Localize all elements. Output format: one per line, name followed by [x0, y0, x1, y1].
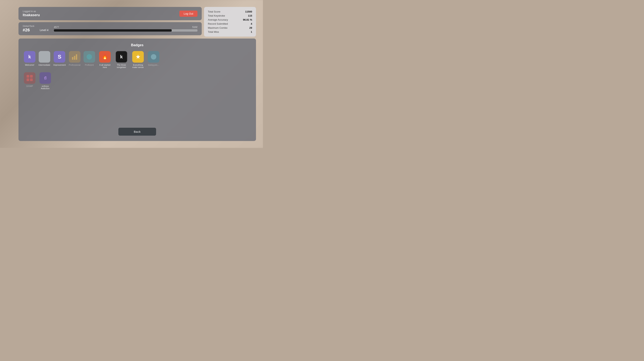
stats-row-miss: Total Miss 1: [208, 30, 252, 34]
total-keystroke-label: Total Keystroke: [208, 14, 225, 17]
flame-icon: 🔥: [102, 54, 108, 60]
onkeys-badge-icon[interactable]: ꟗ: [40, 72, 51, 84]
record-submitted-label: Record Submitted: [208, 22, 228, 25]
badge-ggwp: GGWP: [24, 72, 36, 90]
badge-improvement: S Improvement: [53, 51, 66, 68]
badge-professional: Professional: [69, 51, 80, 68]
bars-icon: [72, 54, 77, 60]
rank-value: #26: [23, 28, 34, 33]
record-submitted-value: 4: [251, 22, 252, 25]
badge-welcome: k Welcome!: [24, 51, 36, 68]
total-miss-value: 1: [251, 31, 252, 33]
average-accuracy-value: 96.81 %: [243, 18, 252, 21]
grid-icon: [25, 73, 34, 83]
badge-proficient: Proficient: [84, 51, 95, 68]
three-songeteer-badge-icon[interactable]: k: [116, 51, 127, 63]
star-icon: ★: [136, 54, 140, 60]
rank-card: Global Rank #26 Level 4 4577 5102: [18, 22, 202, 35]
badge-intermediate: Intermediate: [38, 51, 50, 68]
progress-numbers: 4577 5102: [54, 26, 198, 29]
onkeys-s-icon: ꟗ: [44, 75, 46, 81]
maximum-combo-label: Maximum Combo: [208, 26, 228, 29]
progress-end: 5102: [192, 26, 198, 29]
proficient-badge-icon[interactable]: [84, 51, 95, 63]
total-score-label: Total Score: [208, 10, 220, 13]
stats-row-score: Total Score 11500: [208, 10, 252, 14]
intermediate-badge-label: Intermediate: [38, 64, 50, 66]
three-songeteer-badge-label: The three songeteer: [115, 64, 128, 68]
logged-in-label: Logged in as: [23, 10, 40, 13]
badges-row-2: GGWP ꟗ onKeys Addiction: [24, 72, 250, 90]
username: Itsakaseru: [23, 13, 40, 17]
onkeys-badge-label: onKeys Addiction: [38, 85, 52, 90]
improvement-badge-icon[interactable]: S: [54, 51, 65, 63]
back-button-wrapper: Back: [24, 128, 250, 136]
teal-circle-icon: [86, 54, 92, 60]
it-all-started-badge-icon[interactable]: 🔥: [99, 51, 111, 63]
badges-panel: Badges k Welcome! Intermediate S: [18, 39, 256, 141]
login-card: Logged in as Itsakaseru Log Out: [18, 7, 202, 20]
badges-row-1: k Welcome! Intermediate S Improvement: [24, 51, 250, 68]
stats-row-keystroke: Total Keystroke 115: [208, 14, 252, 18]
stats-card: Total Score 11500 Total Keystroke 115 Av…: [204, 7, 256, 37]
badge-it-all-started: 🔥 It all started here: [98, 51, 112, 68]
badge-going-pro: Going pro...: [148, 51, 159, 68]
going-pro-badge-icon[interactable]: [148, 51, 159, 63]
main-container: Logged in as Itsakaseru Log Out Global R…: [0, 0, 263, 148]
intermediate-badge-icon[interactable]: [39, 51, 50, 63]
login-info: Logged in as Itsakaseru: [23, 10, 40, 17]
professional-badge-label: Professional: [69, 64, 80, 66]
professional-badge-icon[interactable]: [69, 51, 80, 63]
progress-bar-bg: [54, 29, 198, 32]
going-pro-badge-label: Going pro...: [148, 64, 159, 66]
everything-badge-label: Everything make sense: [131, 64, 145, 68]
welcome-badge-label: Welcome!: [25, 64, 34, 66]
stats-row-accuracy: Average Accuracy 96.81 %: [208, 18, 252, 22]
maximum-combo-value: 29: [250, 26, 252, 29]
progress-section: 4577 5102: [54, 26, 198, 32]
improvement-badge-label: Improvement: [53, 64, 66, 66]
it-all-started-badge-label: It all started here: [98, 64, 112, 68]
level-section: Level 4: [40, 26, 48, 32]
level-value: Level 4: [40, 29, 48, 32]
everything-badge-icon[interactable]: ★: [132, 51, 144, 63]
top-row: Logged in as Itsakaseru Log Out Global R…: [18, 7, 256, 37]
back-button[interactable]: Back: [118, 128, 156, 136]
circle-icon: [151, 54, 156, 60]
total-keystroke-value: 115: [248, 14, 252, 17]
ggwp-badge-icon[interactable]: [24, 72, 36, 84]
proficient-badge-label: Proficient: [85, 64, 94, 66]
progress-bar-fill: [54, 29, 172, 32]
rank-section: Global Rank #26: [23, 25, 34, 33]
level-label: [40, 26, 48, 28]
progress-start: 4577: [54, 26, 59, 29]
average-accuracy-label: Average Accuracy: [208, 18, 228, 21]
stats-row-combo: Maximum Combo 29: [208, 26, 252, 30]
welcome-badge-icon[interactable]: k: [24, 51, 36, 63]
total-miss-label: Total Miss: [208, 31, 219, 33]
ggwp-badge-label: GGWP: [26, 85, 33, 87]
badge-three-songeteer: k The three songeteer: [115, 51, 128, 68]
stats-row-record: Record Submitted 4: [208, 22, 252, 26]
total-score-value: 11500: [245, 10, 252, 13]
badges-title: Badges: [24, 43, 250, 47]
badge-onkeys: ꟗ onKeys Addiction: [38, 72, 52, 90]
logout-button[interactable]: Log Out: [180, 11, 198, 17]
global-rank-label: Global Rank: [23, 25, 34, 27]
badge-everything: ★ Everything make sense: [131, 51, 145, 68]
